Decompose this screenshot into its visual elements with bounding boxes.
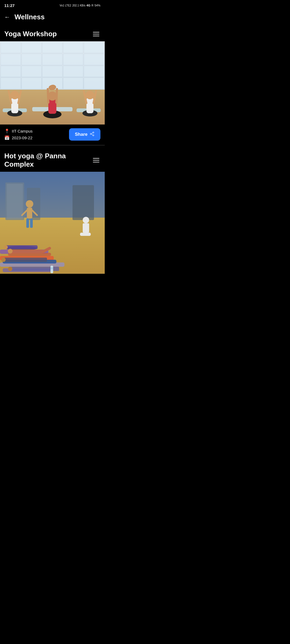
network-label: Vo1 LTE2 [60,4,71,7]
share-label: Share [75,132,88,137]
share-button[interactable]: Share [69,128,100,141]
location-text: IIT Campus [12,129,32,133]
share-icon [90,131,95,137]
svg-rect-52 [80,233,91,236]
svg-point-43 [8,249,13,254]
yoga-workshop-photo [0,41,105,125]
svg-line-44 [43,248,50,252]
date-text: 2023-09-22 [12,136,32,140]
svg-rect-9 [48,99,56,114]
svg-point-5 [10,91,19,99]
page-title: Wellness [15,13,45,21]
hot-yoga-image [0,172,105,274]
svg-line-18 [93,91,96,103]
status-time: 11:27 [4,3,15,8]
svg-rect-29 [27,208,32,218]
svg-point-47 [1,258,6,262]
yoga-workshop-card: Yoga Workshop [0,25,105,145]
hot-yoga-header: Hot yoga @ Panna Complex [0,148,105,172]
hot-yoga-menu[interactable] [92,157,100,163]
svg-line-7 [18,91,21,103]
yoga-workshop-title: Yoga Workshop [4,30,92,38]
svg-rect-42 [11,250,43,254]
yoga-workshop-image [0,41,105,125]
speed-label: 202.1 KB/s [72,4,85,7]
location-item: 📍 IIT Campus [4,129,32,134]
svg-rect-4 [11,98,18,113]
yoga-workshop-meta: 📍 IIT Campus 📅 2023-09-22 [4,129,32,140]
svg-line-12 [56,89,57,103]
yoga-workshop-header: Yoga Workshop [0,25,105,41]
signal-4g: 4G [86,4,90,7]
svg-point-21 [93,135,94,136]
svg-line-6 [9,91,11,103]
page-header: ← Wellness [0,10,105,25]
hot-yoga-card: Hot yoga @ Panna Complex [0,145,105,274]
status-right: Vo1 LTE2 202.1 KB/s 4G R 54% [60,4,100,7]
yoga-workshop-menu[interactable] [92,31,100,37]
status-bar: 11:27 Vo1 LTE2 202.1 KB/s 4G R 54% [0,0,105,10]
back-button[interactable]: ← [4,14,10,21]
svg-rect-15 [86,98,93,113]
svg-rect-25 [7,184,23,219]
svg-line-17 [84,91,86,103]
svg-rect-39 [5,245,38,249]
svg-rect-30 [26,218,29,228]
yoga-scene-svg [0,41,105,125]
location-icon: 📍 [4,129,10,134]
hot-yoga-svg [0,172,105,274]
svg-line-23 [91,133,93,134]
roaming-label: R [92,4,93,7]
svg-rect-54 [50,267,53,269]
svg-rect-46 [4,258,47,262]
yoga-workshop-footer: 📍 IIT Campus 📅 2023-09-22 Share [0,125,105,145]
svg-line-11 [48,89,48,103]
calendar-icon: 📅 [4,135,10,140]
svg-point-19 [93,132,94,133]
svg-point-28 [26,200,33,208]
svg-rect-31 [30,218,33,228]
svg-rect-27 [73,185,94,220]
svg-point-40 [4,245,8,249]
hot-yoga-photo [0,172,105,274]
svg-line-22 [91,134,93,135]
svg-point-49 [8,267,12,271]
date-item: 📅 2023-09-22 [4,135,32,140]
svg-point-20 [90,133,92,135]
hot-yoga-title: Hot yoga @ Panna Complex [4,152,92,169]
svg-point-50 [83,217,89,223]
svg-rect-51 [83,223,89,233]
svg-point-13 [48,84,56,91]
battery-label: 54% [95,4,100,7]
svg-point-16 [86,91,94,99]
